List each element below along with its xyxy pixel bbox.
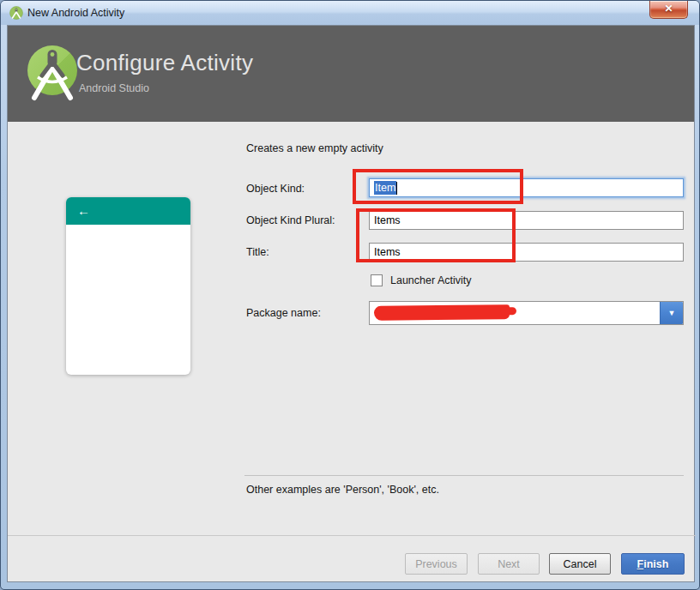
finish-button[interactable]: Finish (621, 553, 685, 575)
package-name-label: Package name: (246, 307, 321, 319)
hint-separator (244, 475, 684, 476)
android-studio-logo-icon (27, 45, 78, 101)
dropdown-button[interactable]: ▼ (660, 302, 683, 324)
previous-button[interactable]: Previous (405, 553, 468, 575)
launcher-activity-checkbox[interactable] (371, 274, 383, 286)
object-kind-label: Object Kind: (246, 183, 305, 195)
chevron-down-icon: ▼ (668, 309, 676, 317)
activity-preview-card: ← (66, 197, 190, 375)
launcher-activity-label: Launcher Activity (390, 274, 472, 286)
buttonbar-separator (8, 535, 696, 536)
annotation-box-plural-and-title (356, 208, 516, 262)
window-title: New Android Activity (27, 7, 124, 19)
title-bar[interactable]: New Android Activity ✕ (1, 1, 699, 25)
annotation-box-object-kind (353, 169, 523, 204)
cancel-button[interactable]: Cancel (549, 553, 611, 575)
object-kind-plural-label: Object Kind Plural: (246, 214, 335, 226)
page-title: Configure Activity (76, 50, 253, 76)
close-icon: ✕ (664, 3, 673, 15)
annotation-scribble-package-value (374, 304, 510, 321)
wizard-header: Configure Activity Android Studio (8, 26, 694, 122)
back-arrow-icon: ← (77, 203, 90, 218)
new-android-activity-dialog: New Android Activity ✕ Con (0, 0, 700, 590)
package-name-combobox[interactable]: ▼ (369, 301, 684, 325)
page-subtitle: Android Studio (79, 82, 149, 94)
android-studio-app-icon (9, 6, 23, 20)
hint-text: Other examples are 'Person', 'Book', etc… (246, 484, 439, 496)
preview-appbar: ← (66, 197, 190, 225)
title-label: Title: (246, 246, 269, 258)
dialog-body: Configure Activity Android Studio ← Crea… (7, 25, 695, 582)
form-description: Creates a new empty activity (246, 142, 383, 154)
close-button[interactable]: ✕ (649, 1, 688, 19)
next-button[interactable]: Next (478, 553, 540, 575)
